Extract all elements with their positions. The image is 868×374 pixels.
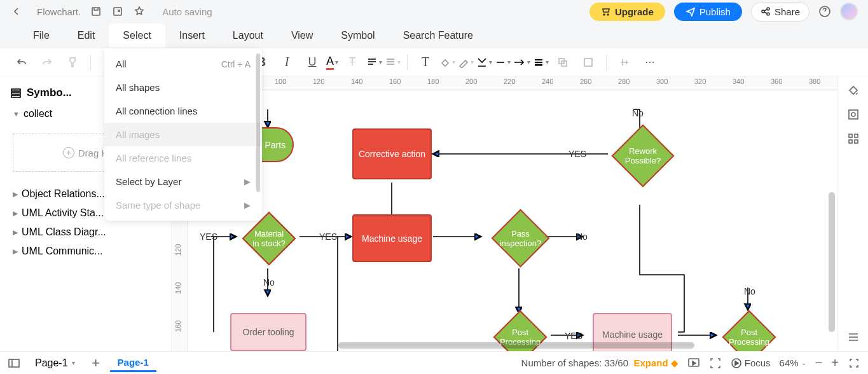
svg-rect-26 <box>849 110 858 119</box>
chevron-right-icon: ▶ <box>244 200 251 210</box>
fill-button[interactable]: ▾ <box>439 57 455 68</box>
svg-rect-30 <box>849 140 852 143</box>
stroke-color-button[interactable]: ▾ <box>458 57 474 68</box>
undo-button[interactable] <box>10 51 33 74</box>
focus-crosshair-icon[interactable] <box>709 357 722 370</box>
svg-rect-0 <box>92 8 100 15</box>
avatar[interactable] <box>840 3 858 20</box>
svg-point-3 <box>767 8 769 10</box>
upgrade-button[interactable]: Upgrade <box>589 3 665 21</box>
export-icon[interactable] <box>111 5 124 18</box>
upgrade-label: Upgrade <box>615 6 654 17</box>
ruler-horizontal: 100120 140160 180200 220240 260280 30032… <box>188 76 837 90</box>
v-scrollbar[interactable] <box>829 192 835 332</box>
add-page-button[interactable]: + <box>90 357 102 370</box>
zoom-out-button[interactable]: − <box>815 356 823 370</box>
menu-layout[interactable]: Layout <box>219 24 277 48</box>
publish-button[interactable]: Publish <box>674 3 742 21</box>
label-yes: YES <box>568 149 586 159</box>
group-button[interactable] <box>551 51 574 74</box>
svg-rect-32 <box>9 359 19 367</box>
zoom-in-button[interactable]: + <box>831 356 839 370</box>
panel-toggle-icon[interactable] <box>847 331 860 343</box>
label-yes: YES <box>319 232 337 242</box>
star-icon[interactable] <box>133 5 146 18</box>
share-label: Share <box>775 6 800 17</box>
chevron-down-icon: ▾ <box>72 359 75 366</box>
back-icon[interactable] <box>10 5 23 18</box>
share-button[interactable]: Share <box>751 2 809 22</box>
fullscreen-icon[interactable] <box>848 357 860 370</box>
line-weight-button[interactable]: ▾ <box>533 57 549 68</box>
svg-rect-11 <box>11 95 20 97</box>
h-scrollbar[interactable] <box>338 342 694 349</box>
shape-rework[interactable]: Rework Possible? <box>612 125 675 188</box>
zoom-control[interactable]: 64% ⌄ <box>780 357 806 368</box>
label-yes: YES <box>565 331 582 341</box>
svg-point-2 <box>762 10 764 13</box>
svg-rect-8 <box>584 59 592 66</box>
format-painter-button[interactable] <box>61 51 84 74</box>
save-icon[interactable] <box>90 5 102 18</box>
presentation-icon[interactable] <box>687 357 700 370</box>
italic-button[interactable]: I <box>275 51 298 74</box>
arrow-button[interactable]: ▾ <box>513 57 530 68</box>
shape-order[interactable]: Order tooling <box>230 313 307 351</box>
svg-rect-28 <box>849 134 852 137</box>
shape-machine1[interactable]: Machine usage <box>352 214 432 262</box>
menu-symbol[interactable]: Symbol <box>327 24 389 48</box>
help-icon[interactable] <box>818 5 831 18</box>
svg-point-27 <box>851 113 855 116</box>
align-button[interactable]: ▾ <box>366 57 382 68</box>
dd-select-layer[interactable]: Select by Layer ▶ <box>104 170 262 193</box>
underline-button[interactable]: U <box>301 51 324 74</box>
shape-pass[interactable]: Pass inspection? <box>492 209 550 268</box>
line-spacing-button[interactable]: ▾ <box>385 57 401 68</box>
dd-all-lines[interactable]: All connection lines <box>104 99 262 123</box>
focus-button[interactable]: Focus <box>731 357 771 369</box>
redo-button[interactable] <box>36 51 59 74</box>
ungroup-button[interactable] <box>577 51 600 74</box>
strikethrough-button[interactable]: T <box>341 51 364 74</box>
label-no: No <box>744 286 755 296</box>
dd-all-reflines: All reference lines <box>104 146 262 170</box>
dd-all-images: All images <box>104 123 262 146</box>
outline-icon[interactable] <box>8 357 20 370</box>
paint-bucket-icon[interactable] <box>847 84 860 97</box>
more-button[interactable]: ⋯ <box>638 51 661 74</box>
label-no: No <box>632 108 644 118</box>
filename[interactable]: Flowchart. <box>37 6 81 17</box>
menu-insert[interactable]: Insert <box>165 24 219 48</box>
dd-same-type: Same type of shape ▶ <box>104 193 262 217</box>
autosave-status: Auto saving <box>162 6 212 17</box>
shape-corrective[interactable]: Corrective action <box>352 128 432 179</box>
settings-icon[interactable] <box>847 108 860 121</box>
sidebar-group-2[interactable]: ▶UML Class Diagr... <box>8 223 163 242</box>
canvas[interactable]: p Parts Corrective action Rework Possibl… <box>188 90 837 351</box>
page-dropdown[interactable]: Page-1 ▾ <box>28 356 82 371</box>
shape-post2[interactable]: Post Processing <box>722 310 776 351</box>
expand-link[interactable]: Expand <box>633 357 668 368</box>
menu-edit[interactable]: Edit <box>64 24 109 48</box>
text-button[interactable]: T <box>414 51 437 74</box>
page-tab[interactable]: Page-1 <box>110 354 156 372</box>
menu-search[interactable]: Search Feature <box>389 24 487 48</box>
svg-rect-9 <box>11 89 20 91</box>
grid-icon[interactable] <box>847 132 860 145</box>
connector-button[interactable]: ▾ <box>476 57 492 68</box>
svg-rect-29 <box>855 134 858 137</box>
dropdown-scrollbar[interactable] <box>256 53 260 192</box>
menu-file[interactable]: File <box>19 24 64 48</box>
publish-label: Publish <box>699 6 731 17</box>
label-no: No <box>263 277 275 287</box>
sidebar-group-3[interactable]: ▶UML Communic... <box>8 242 163 261</box>
font-color-button[interactable]: A▾ <box>326 55 338 70</box>
svg-point-4 <box>767 13 769 15</box>
dd-all[interactable]: All Ctrl + A <box>104 52 262 76</box>
menu-view[interactable]: View <box>277 24 327 48</box>
align-objects-button[interactable] <box>613 51 636 74</box>
menu-select[interactable]: Select <box>109 24 165 48</box>
line-style-button[interactable]: ▾ <box>495 57 511 68</box>
dd-all-shapes[interactable]: All shapes <box>104 76 262 99</box>
sidebar-title: Symbo... <box>27 87 72 99</box>
